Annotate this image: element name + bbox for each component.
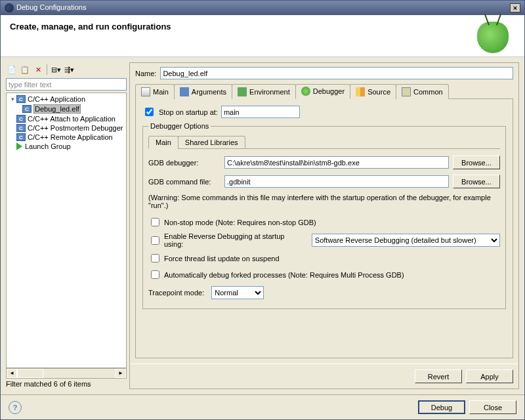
debugger-options-legend: Debugger Options — [148, 122, 211, 130]
separator — [47, 64, 47, 75]
tree-item-launch-group[interactable]: Launch Group — [8, 142, 125, 151]
close-button[interactable]: Close — [469, 400, 516, 414]
horizontal-scrollbar[interactable]: ◄► — [6, 368, 127, 379]
tab-source[interactable]: Source — [350, 84, 396, 99]
debugger-icon — [301, 87, 310, 96]
tab-debugger[interactable]: Debugger — [295, 84, 350, 99]
tree-item-remote[interactable]: CC/C++ Remote Application — [8, 133, 125, 142]
environment-icon — [238, 87, 247, 96]
gdb-browse-button[interactable]: Browse... — [453, 156, 500, 169]
reverse-label: Enable Reverse Debugging at startup usin… — [164, 232, 304, 248]
warning-text: (Warning: Some commands in this file may… — [148, 194, 500, 209]
auto-debug-checkbox[interactable] — [151, 270, 159, 279]
tab-common[interactable]: Common — [396, 84, 449, 99]
config-button-bar: Revert Apply — [130, 364, 518, 388]
gdb-debugger-input[interactable] — [224, 156, 449, 169]
gdb-cmdfile-input[interactable] — [224, 175, 449, 188]
stop-on-startup-checkbox[interactable] — [145, 108, 154, 116]
c-icon: C — [16, 115, 26, 123]
name-input[interactable] — [160, 67, 513, 79]
filter-status: Filter matched 6 of 6 items — [6, 379, 127, 389]
tree-item-attach[interactable]: CC/C++ Attach to Application — [8, 114, 125, 123]
play-icon — [16, 142, 22, 150]
auto-debug-label: Automatically debug forked processes (No… — [164, 271, 404, 279]
apply-button[interactable]: Apply — [466, 369, 513, 383]
tab-arguments[interactable]: Arguments — [174, 84, 232, 99]
gdb-cmdfile-label: GDB command file: — [148, 178, 220, 186]
tracepoint-select[interactable]: Normal — [211, 286, 264, 299]
stop-on-startup-input[interactable] — [221, 106, 300, 118]
force-thread-label: Force thread list update on suspend — [164, 255, 280, 262]
page-title: Create, manage, and run configurations — [10, 22, 171, 32]
right-pane: Name: Main Arguments Environment Debugge… — [129, 62, 519, 389]
reverse-checkbox[interactable] — [151, 236, 159, 245]
cmdfile-browse-button[interactable]: Browse... — [453, 175, 500, 188]
debug-button[interactable]: Debug — [418, 400, 465, 414]
inner-tab-main[interactable]: Main — [148, 136, 178, 149]
new-config-button[interactable]: 📄 — [6, 64, 18, 75]
tree-item-cpp-app[interactable]: ▾CC/C++ Application — [8, 94, 125, 104]
c-icon: C — [16, 133, 26, 141]
window-title: Debug Configurations — [16, 3, 86, 11]
help-icon[interactable]: ? — [9, 401, 22, 414]
nonstop-checkbox[interactable] — [151, 218, 159, 226]
tab-bar: Main Arguments Environment Debugger Sour… — [135, 83, 513, 99]
collapse-button[interactable]: ⊟▾ — [50, 64, 62, 75]
bug-icon — [477, 22, 509, 53]
gdb-debugger-label: GDB debugger: — [148, 159, 220, 167]
tab-content-debugger: Stop on startup at: Debugger Options Mai… — [135, 99, 513, 358]
common-icon — [402, 87, 411, 96]
tab-main[interactable]: Main — [135, 84, 175, 99]
tree-item-debug-led[interactable]: CDebug_led.elf — [8, 104, 125, 114]
left-toolbar: 📄 📋 ✕ ⊟▾ ⇶▾ — [6, 62, 127, 78]
config-tree[interactable]: ▾CC/C++ Application CDebug_led.elf CC/C+… — [6, 93, 127, 368]
duplicate-button[interactable]: 📋 — [19, 64, 31, 75]
delete-button[interactable]: ✕ — [32, 64, 44, 75]
tab-environment[interactable]: Environment — [232, 84, 296, 99]
c-icon: C — [16, 124, 26, 132]
titlebar: Debug Configurations × — [1, 1, 524, 15]
force-thread-checkbox[interactable] — [151, 254, 159, 262]
name-label: Name: — [135, 70, 156, 77]
stop-on-startup-label: Stop on startup at: — [159, 108, 218, 116]
dialog-window: Debug Configurations × Create, manage, a… — [0, 0, 525, 420]
header: Create, manage, and run configurations — [1, 15, 524, 57]
filter-input[interactable] — [6, 78, 127, 91]
footer: ? Debug Close — [1, 394, 524, 419]
body: 📄 📋 ✕ ⊟▾ ⇶▾ ▾CC/C++ Application CDebug_l… — [1, 57, 524, 394]
main-icon — [141, 87, 150, 96]
tree-item-postmortem[interactable]: CC/C++ Postmortem Debugger — [8, 123, 125, 133]
inner-tab-shared-libs[interactable]: Shared Libraries — [178, 136, 245, 149]
arguments-icon — [180, 87, 189, 96]
debugger-options-fieldset: Debugger Options Main Shared Libraries G… — [142, 122, 506, 309]
nonstop-label: Non-stop mode (Note: Requires non-stop G… — [164, 219, 316, 226]
left-pane: 📄 📋 ✕ ⊟▾ ⇶▾ ▾CC/C++ Application CDebug_l… — [6, 62, 127, 389]
c-icon: C — [16, 95, 26, 103]
tracepoint-label: Tracepoint mode: — [148, 289, 204, 297]
close-icon[interactable]: × — [510, 3, 520, 12]
revert-button[interactable]: Revert — [415, 369, 462, 383]
source-icon — [356, 87, 365, 96]
filter-button[interactable]: ⇶▾ — [63, 64, 75, 75]
inner-tab-bar: Main Shared Libraries — [148, 135, 500, 149]
eclipse-icon — [5, 3, 14, 12]
reverse-select[interactable]: Software Reverse Debugging (detailed but… — [312, 234, 500, 247]
c-icon: C — [22, 105, 32, 113]
